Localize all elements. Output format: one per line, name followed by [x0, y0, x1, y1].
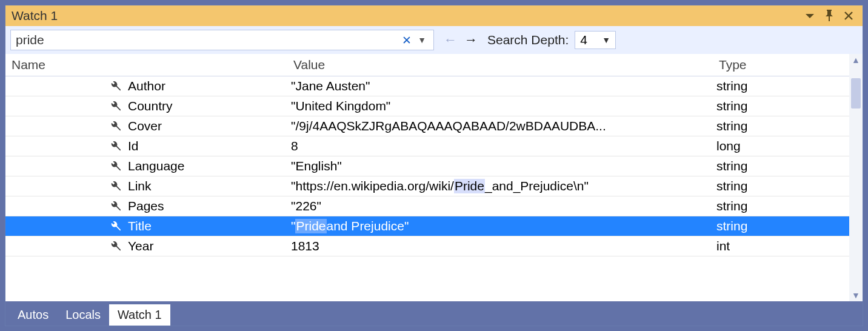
cell-value[interactable]: "Jane Austen" [287, 76, 713, 96]
column-header-value[interactable]: Value [287, 54, 713, 76]
property-name: Language [128, 159, 184, 173]
cell-type: string [713, 156, 849, 176]
search-highlight: Pride [295, 219, 326, 233]
wrench-icon [109, 179, 122, 193]
cell-type: string [713, 96, 849, 116]
grid-header: Name Value Type [5, 54, 849, 76]
cell-value[interactable]: "United Kingdom" [287, 96, 713, 116]
wrench-icon [109, 159, 122, 173]
panel-title: Watch 1 [12, 8, 798, 23]
wrench-icon [109, 199, 122, 213]
grid-row[interactable]: Title"Pride and Prejudice"string [5, 216, 849, 236]
grid-row[interactable]: Id8long [5, 136, 849, 156]
column-header-name[interactable]: Name [5, 54, 287, 76]
tab-autos[interactable]: Autos [9, 304, 57, 326]
cell-name: Link [5, 176, 287, 196]
column-header-type[interactable]: Type [713, 54, 849, 76]
watch-panel: Watch 1 ✕ ▼ ← → Search Depth: 4 ▼ [5, 5, 863, 326]
cell-name: Year [5, 236, 287, 256]
search-depth-label: Search Depth: [487, 33, 569, 47]
grid-row[interactable]: Author"Jane Austen"string [5, 76, 849, 96]
cell-type: int [713, 236, 849, 256]
tab-locals[interactable]: Locals [57, 304, 109, 326]
vertical-scrollbar[interactable]: ▲ ▼ [849, 54, 863, 301]
property-name: Cover [128, 119, 162, 133]
search-input[interactable] [16, 33, 398, 47]
wrench-icon [109, 239, 122, 253]
grid-row[interactable]: Link"https://en.wikipedia.org/wiki/Pride… [5, 176, 849, 196]
grid-row[interactable]: Pages"226"string [5, 196, 849, 216]
wrench-icon [109, 99, 122, 113]
cell-type: string [713, 196, 849, 216]
wrench-icon [109, 79, 122, 93]
search-nav: ← → [440, 32, 481, 48]
search-box: ✕ ▼ [10, 30, 434, 50]
grid-row[interactable]: Country"United Kingdom"string [5, 96, 849, 116]
property-name: Title [128, 219, 152, 233]
cell-name: Id [5, 136, 287, 156]
grid-row[interactable]: Language"English"string [5, 156, 849, 176]
find-next-button[interactable]: → [464, 32, 478, 48]
property-name: Link [128, 179, 152, 193]
tab-watch-1[interactable]: Watch 1 [109, 304, 170, 326]
cell-name: Cover [5, 116, 287, 136]
toolbar: ✕ ▼ ← → Search Depth: 4 ▼ [5, 26, 863, 54]
cell-name: Pages [5, 196, 287, 216]
property-name: Id [128, 139, 139, 153]
property-name: Year [128, 239, 153, 253]
property-name: Country [128, 99, 173, 113]
cell-name: Language [5, 156, 287, 176]
cell-type: long [713, 136, 849, 156]
wrench-icon [109, 119, 122, 133]
search-depth-select[interactable]: 4 ▼ [575, 31, 616, 49]
cell-value[interactable]: "Pride and Prejudice" [287, 216, 713, 236]
scroll-down-icon[interactable]: ▼ [849, 290, 863, 300]
cell-type: string [713, 176, 849, 196]
cell-value[interactable]: "/9j/4AAQSkZJRgABAQAAAQABAAD/2wBDAAUDBA.… [287, 116, 713, 136]
cell-type: string [713, 76, 849, 96]
cell-type: string [713, 116, 849, 136]
scrollbar-thumb[interactable] [851, 78, 861, 109]
cell-value[interactable]: 8 [287, 136, 713, 156]
cell-value[interactable]: "English" [287, 156, 713, 176]
wrench-icon [109, 219, 122, 233]
find-previous-button[interactable]: ← [444, 32, 457, 48]
wrench-icon [109, 139, 122, 153]
watch-grid: Name Value Type Author"Jane Austen"strin… [5, 54, 863, 301]
clear-search-icon[interactable]: ✕ [398, 33, 415, 47]
chevron-down-icon: ▼ [602, 35, 610, 45]
scroll-up-icon[interactable]: ▲ [849, 55, 863, 65]
grid-row[interactable]: Cover"/9j/4AAQSkZJRgABAQAAAQABAAD/2wBDAA… [5, 116, 849, 136]
search-depth-value: 4 [580, 33, 595, 47]
search-highlight: Pride [454, 179, 485, 193]
property-name: Pages [128, 199, 164, 213]
cell-name: Title [5, 216, 287, 236]
window-options-button[interactable] [802, 8, 818, 24]
cell-type: string [713, 216, 849, 236]
property-name: Author [128, 79, 165, 93]
titlebar: Watch 1 [5, 5, 863, 26]
pin-button[interactable] [821, 8, 837, 24]
cell-value[interactable]: 1813 [287, 236, 713, 256]
search-dropdown-icon[interactable]: ▼ [415, 35, 429, 45]
cell-value[interactable]: "226" [287, 196, 713, 216]
bottom-tabs: AutosLocalsWatch 1 [5, 301, 863, 326]
cell-value[interactable]: "https://en.wikipedia.org/wiki/Pride_and… [287, 176, 713, 196]
close-button[interactable] [841, 8, 856, 24]
cell-name: Country [5, 96, 287, 116]
grid-row[interactable]: Year1813int [5, 236, 849, 256]
cell-name: Author [5, 76, 287, 96]
